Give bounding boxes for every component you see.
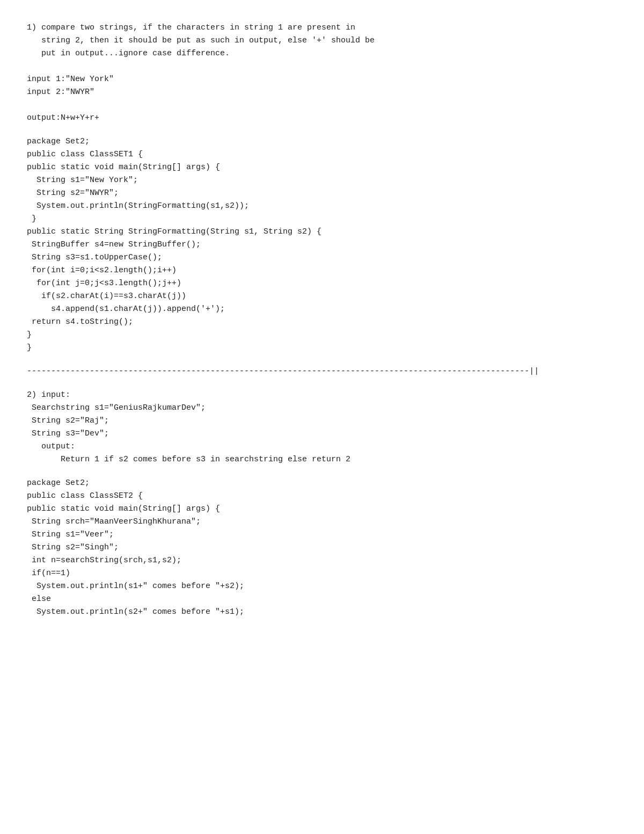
problem1-desc-text: 1) compare two strings, if the character… <box>27 21 617 125</box>
problem2-description: 2) input: Searchstring s1="GeniusRajkuma… <box>27 389 617 466</box>
problem1-description: 1) compare two strings, if the character… <box>27 21 617 125</box>
problem2-desc-text: 2) input: Searchstring s1="GeniusRajkuma… <box>27 389 617 466</box>
page-container: 1) compare two strings, if the character… <box>27 21 617 619</box>
problem1-code-section: package Set2; public class ClassSET1 { p… <box>27 135 617 354</box>
divider-text: ----------------------------------------… <box>27 365 617 378</box>
problem1-code-text: package Set2; public class ClassSET1 { p… <box>27 135 617 354</box>
problem2-code-text: package Set2; public class ClassSET2 { p… <box>27 477 617 619</box>
problem2-code-section: package Set2; public class ClassSET2 { p… <box>27 477 617 619</box>
divider-section: ----------------------------------------… <box>27 365 617 378</box>
